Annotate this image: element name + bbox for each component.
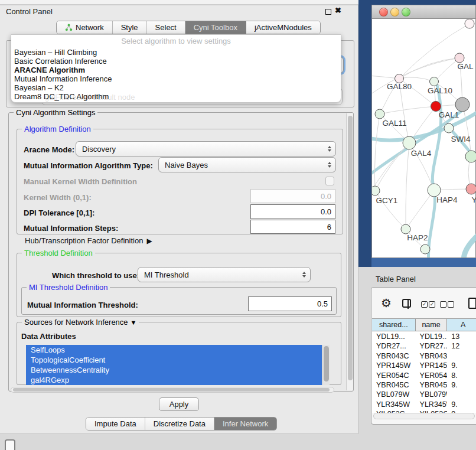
dpi-tolerance-field[interactable]: 0.0 bbox=[250, 204, 335, 219]
mi-threshold-group-title: MI Threshold Definition bbox=[27, 283, 110, 292]
tab-infer-network[interactable]: Infer Network bbox=[214, 418, 276, 430]
column-header-a[interactable]: A bbox=[447, 319, 476, 331]
attribute-item-gal4rgexp[interactable]: gal4RGexp bbox=[26, 375, 330, 385]
table-cell: YBR045C bbox=[416, 380, 448, 390]
mi-type-combo[interactable]: Naive Bayes bbox=[158, 157, 336, 172]
network-edge[interactable] bbox=[399, 58, 459, 79]
expand-right-icon[interactable]: ▶ bbox=[146, 237, 152, 245]
dropdown-item-aracne-algorithm[interactable]: ARACNE Algorithm bbox=[11, 66, 341, 74]
tab-label: Impute Data bbox=[94, 419, 136, 428]
select-all-icon[interactable]: ✓ bbox=[429, 301, 435, 308]
deselect-all-icon[interactable] bbox=[448, 301, 454, 308]
settings-scrollbar-thumb[interactable] bbox=[348, 116, 353, 380]
table-cell: YBR045C bbox=[372, 380, 416, 390]
node-top-arc[interactable] bbox=[465, 19, 474, 28]
aracne-mode-label: Aracne Mode: bbox=[24, 145, 74, 154]
network-canvas[interactable]: GALGAL80GAL10GAL1GAL11GAL4SWI4GCY1HAP4YH… bbox=[372, 19, 476, 257]
table-row[interactable]: YBR045CYBR045C9. bbox=[372, 380, 476, 390]
mi-steps-field[interactable]: 6 bbox=[250, 220, 335, 234]
node-salmon-label: Y bbox=[471, 195, 476, 204]
table-row[interactable]: YPR145WYPR145W9. bbox=[372, 361, 476, 370]
node-green-mid[interactable] bbox=[465, 151, 476, 162]
mi-threshold-field[interactable]: 0.5 bbox=[248, 296, 332, 311]
tab-style[interactable]: Style bbox=[113, 21, 147, 34]
select-all-icon[interactable]: ✓ bbox=[421, 301, 428, 308]
tab-label: jActiveMNodules bbox=[255, 23, 312, 32]
node-gcy1-label: GCY1 bbox=[376, 196, 398, 205]
restore-panel-icon[interactable] bbox=[5, 439, 15, 450]
dropdown-item-bayesian-hill-climbing[interactable]: Bayesian – Hill Climbing bbox=[11, 48, 341, 57]
tab-select[interactable]: Select bbox=[147, 21, 185, 34]
network-edge[interactable] bbox=[399, 77, 434, 81]
stepper-icon bbox=[302, 272, 306, 278]
attributes-scrollbar[interactable] bbox=[322, 345, 330, 385]
node-gray[interactable] bbox=[455, 97, 470, 112]
kernel-width-field[interactable]: 0.0 bbox=[250, 189, 335, 203]
gear-icon[interactable]: ⚙ bbox=[381, 297, 392, 309]
manual-kernel-checkbox[interactable] bbox=[325, 177, 334, 185]
node-bottom[interactable] bbox=[420, 244, 430, 254]
dropdown-item-bayesian-k2[interactable]: Bayesian – K2 bbox=[11, 83, 341, 92]
node-hap4[interactable] bbox=[428, 184, 441, 197]
table-cell: YBR043C bbox=[416, 351, 448, 361]
mi-steps-label: Mutual Information Steps: bbox=[24, 224, 118, 233]
table-hscrollbar[interactable] bbox=[373, 413, 475, 419]
attribute-item-betweennesscentrality[interactable]: BetweennessCentrality bbox=[26, 365, 330, 375]
table-cell: 13 bbox=[447, 332, 476, 341]
tab-network[interactable]: Network bbox=[57, 21, 113, 34]
apply-button[interactable]: Apply bbox=[159, 397, 199, 411]
float-window-icon[interactable] bbox=[325, 9, 331, 15]
hub-definition-expander[interactable]: Hub/Transcription Factor Definition▶ bbox=[25, 236, 152, 245]
table-cell: YER054C bbox=[372, 371, 416, 380]
deselect-all-icon[interactable] bbox=[440, 301, 446, 308]
table-row[interactable]: YDR27...YDR27...12 bbox=[372, 341, 476, 351]
tab-cyni-toolbox[interactable]: Cyni Toolbox bbox=[185, 21, 246, 34]
settings-scrollbar[interactable] bbox=[346, 113, 353, 390]
aracne-mode-combo[interactable]: Discovery bbox=[76, 141, 336, 156]
collapse-down-icon[interactable]: ▼ bbox=[131, 319, 137, 326]
table-cell: 9. bbox=[447, 400, 476, 409]
columns-icon[interactable] bbox=[402, 299, 411, 308]
aracne-mode-value: Discovery bbox=[82, 145, 116, 154]
node-gal4[interactable] bbox=[403, 136, 416, 149]
network-edge[interactable] bbox=[406, 190, 434, 229]
network-edge[interactable] bbox=[380, 106, 436, 114]
node-gcy1[interactable] bbox=[372, 186, 380, 195]
node-gal1[interactable] bbox=[431, 102, 441, 112]
table-row[interactable]: YBR043CYBR043C bbox=[372, 351, 476, 361]
tab-discretize-data[interactable]: Discretize Data bbox=[145, 418, 214, 430]
minimize-traffic-light-icon[interactable] bbox=[390, 8, 399, 17]
settings-hscrollbar-thumb[interactable] bbox=[13, 388, 330, 392]
node-gal-top-label: GAL bbox=[457, 62, 474, 71]
node-gal11[interactable] bbox=[375, 109, 384, 119]
close-traffic-light-icon[interactable] bbox=[379, 8, 388, 17]
table-row[interactable]: YBL079WYBL079W bbox=[372, 390, 476, 399]
attribute-item-selfloops[interactable]: SelfLoops bbox=[26, 345, 330, 355]
dropdown-item-mutual-information-inference[interactable]: Mutual Information Inference bbox=[11, 74, 341, 83]
node-hap2[interactable] bbox=[401, 224, 410, 234]
mi-type-label: Mutual Information Algorithm Type: bbox=[24, 161, 153, 170]
table-row[interactable]: YLR345WYLR345W9. bbox=[372, 400, 476, 409]
column-header-shared[interactable]: shared... bbox=[372, 319, 416, 331]
node-gal10[interactable] bbox=[430, 77, 439, 86]
column-header-name[interactable]: name bbox=[416, 319, 448, 331]
node-swi4[interactable] bbox=[444, 123, 454, 133]
zoom-traffic-light-icon[interactable] bbox=[402, 8, 410, 17]
which-threshold-combo[interactable]: MI Threshold bbox=[138, 267, 311, 282]
table-row[interactable]: YER054CYER054C8. bbox=[372, 371, 476, 380]
table-row[interactable]: YDL19...YDL19...13 bbox=[372, 332, 476, 341]
dropdown-item-basic-correlation-inference[interactable]: Basic Correlation Inference bbox=[11, 57, 341, 66]
export-table-icon[interactable] bbox=[468, 298, 476, 309]
table-cell: 9. bbox=[447, 380, 476, 390]
close-icon[interactable]: ✖ bbox=[335, 6, 341, 15]
table-cell: 9. bbox=[447, 361, 476, 370]
tab-jactivemnodules[interactable]: jActiveMNodules bbox=[246, 21, 320, 34]
tab-impute-data[interactable]: Impute Data bbox=[86, 418, 145, 430]
settings-hscrollbar[interactable] bbox=[11, 387, 334, 393]
attribute-item-topologicalcoefficient[interactable]: TopologicalCoefficient bbox=[26, 355, 330, 365]
node-salmon[interactable] bbox=[466, 184, 476, 194]
node-gal-top[interactable] bbox=[455, 53, 464, 63]
attributes-scrollbar-thumb[interactable] bbox=[324, 346, 329, 381]
network-edge[interactable] bbox=[464, 227, 476, 257]
network-edge[interactable] bbox=[406, 143, 409, 229]
